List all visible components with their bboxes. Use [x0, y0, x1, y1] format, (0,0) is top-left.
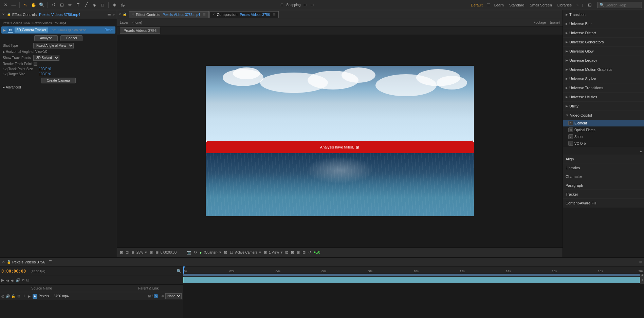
- viewer-snapshot-btn[interactable]: ⊞: [119, 250, 124, 255]
- workspace-libraries[interactable]: Libraries: [556, 2, 573, 8]
- anchor-tool-icon[interactable]: ◈: [91, 2, 98, 8]
- effect-controls-tab-menu[interactable]: ☰: [203, 13, 206, 17]
- tl-loop-btn[interactable]: ↺: [22, 278, 25, 282]
- viewer-color-btn[interactable]: ●: [199, 251, 203, 255]
- viewer-fit-btn[interactable]: ⊞: [149, 250, 153, 255]
- comp-view-tab-item[interactable]: Pexels Videos 3756: [120, 27, 160, 34]
- rotate-tool-icon[interactable]: ↺: [50, 2, 57, 8]
- universe-glow-header[interactable]: ▶ Universe Glow: [563, 47, 644, 56]
- saber-item[interactable]: S Saber: [563, 133, 644, 140]
- comp-tab-close-btn[interactable]: ✕: [213, 13, 215, 16]
- tl-play-btn[interactable]: ▶: [1, 278, 4, 282]
- viewer-3d-btn[interactable]: ⊞: [290, 250, 295, 255]
- track-fx-btn[interactable]: fx: [154, 294, 158, 298]
- viewer-fullscreen-btn[interactable]: ⊡: [223, 250, 228, 255]
- universe-generators-header[interactable]: ▶ Universe Generators: [563, 38, 644, 46]
- timeline-panel-close[interactable]: ✕: [2, 260, 5, 264]
- align-icon[interactable]: ⊡: [311, 3, 314, 7]
- search-input[interactable]: [606, 3, 640, 7]
- viewer-guide-btn[interactable]: ⊕: [131, 250, 135, 255]
- cancel-btn[interactable]: Cancel: [60, 35, 82, 41]
- viewer-motion-btn[interactable]: ↻: [193, 250, 198, 255]
- video-copilot-header[interactable]: ▼ Video Copilot: [563, 111, 644, 120]
- pen-tool-icon[interactable]: ✏: [67, 2, 73, 8]
- render-track-points-checkbox[interactable]: [34, 62, 37, 66]
- snapping-checkbox[interactable]: ☐: [280, 3, 283, 7]
- close-icon[interactable]: ✕: [2, 2, 9, 8]
- tl-rv-btn[interactable]: ⏮: [5, 278, 9, 282]
- snap-icon[interactable]: ⊞: [303, 3, 307, 7]
- comp-tab-menu[interactable]: ☰: [273, 13, 276, 17]
- workspace-standard[interactable]: Standard: [508, 2, 526, 8]
- target-size-value[interactable]: 100/0 %: [39, 72, 51, 76]
- viewer-grid-btn[interactable]: ⊡: [125, 250, 129, 255]
- effect-name-badge[interactable]: 3D Camera Tracker: [15, 27, 48, 33]
- element-item[interactable]: E Element: [563, 120, 644, 126]
- shot-type-select[interactable]: Fixed Angle of View: [33, 43, 74, 48]
- roto-tool-icon[interactable]: ◎: [119, 2, 126, 8]
- corner-handle-tl[interactable]: [206, 140, 207, 142]
- paragraph-panel[interactable]: Paragraph: [563, 181, 644, 190]
- tl-mute-btn[interactable]: 🔊: [16, 278, 20, 282]
- utility-header[interactable]: ▶ Utility: [563, 102, 644, 111]
- viewer-reset-btn[interactable]: ↺: [308, 250, 312, 255]
- composition-tab[interactable]: ✕ Composition Pexels Videos 3756 ☰: [209, 11, 278, 18]
- panel-close-btn[interactable]: ✕: [2, 13, 5, 16]
- track-expand-btn[interactable]: ▶: [28, 295, 31, 298]
- hand-tool-icon[interactable]: ✋: [30, 2, 37, 8]
- brush-tool-icon[interactable]: ╱: [83, 2, 90, 8]
- track-point-size-value[interactable]: 100/0 %: [39, 67, 51, 71]
- effect-controls-tab-close[interactable]: ✕: [132, 13, 134, 16]
- workspace-learn[interactable]: Learn: [493, 2, 505, 8]
- puppet-tool-icon[interactable]: ⊕: [111, 2, 118, 8]
- minimize-icon[interactable]: —: [10, 2, 17, 8]
- viewer-layout-btn[interactable]: ⊡: [284, 250, 289, 255]
- viewer-region-btn[interactable]: ⊟: [155, 250, 159, 255]
- workspace-overflow-icon[interactable]: »: [576, 3, 578, 7]
- universe-transitions-header[interactable]: ▶ Universe Transitions: [563, 83, 644, 92]
- tl-clip-right-edge[interactable]: ◈: [640, 276, 644, 284]
- horizontal-angle-toggle[interactable]: ▶: [3, 50, 5, 54]
- track-motion-btn[interactable]: /: [152, 294, 153, 298]
- workspace-small-screen[interactable]: Small Screen: [528, 2, 553, 8]
- universe-utilities-header[interactable]: ▶ Universe Utilities: [563, 93, 644, 101]
- universe-distort-header[interactable]: ▶ Universe Distort: [563, 28, 644, 37]
- optical-flares-item[interactable]: O Optical Flares: [563, 126, 644, 133]
- tracker-panel[interactable]: Tracker: [563, 190, 644, 199]
- timeline-menu-icon[interactable]: ☰: [49, 260, 52, 264]
- effect-toggle-icon[interactable]: ▶: [3, 28, 6, 32]
- advanced-section[interactable]: ▶ Advanced: [0, 84, 117, 90]
- universe-motion-header[interactable]: ▶ Universe Motion Graphics: [563, 65, 644, 74]
- reset-btn[interactable]: Reset: [105, 28, 113, 32]
- universe-stylize-header[interactable]: ▶ Universe Stylize: [563, 74, 644, 83]
- track-solo-btn[interactable]: ◎: [1, 294, 4, 298]
- text-tool-icon[interactable]: T: [75, 2, 81, 8]
- workspace-default[interactable]: Default: [470, 2, 484, 8]
- align-panel[interactable]: Align: [563, 155, 644, 163]
- viewer-grid-snap-btn[interactable]: ⊟: [296, 250, 300, 255]
- libraries-panel[interactable]: Libraries: [563, 163, 644, 172]
- universe-blur-header[interactable]: ▶ Universe Blur: [563, 19, 644, 28]
- show-track-points-select[interactable]: 3D Solved: [33, 55, 59, 61]
- zoom-tool-icon[interactable]: 🔍: [38, 2, 45, 8]
- analyze-btn[interactable]: Analyze: [34, 35, 58, 41]
- vc-orb-item[interactable]: V VC Orb: [563, 140, 644, 147]
- camera-view[interactable]: Active Camera ▼: [235, 251, 262, 254]
- create-camera-btn[interactable]: Create Camera: [41, 78, 76, 83]
- viewer-cam-btn[interactable]: 📷: [186, 250, 192, 255]
- effect-controls-tab[interactable]: ✕ Effect Controls Pexels Videos 3756.mp4…: [129, 11, 209, 18]
- viewer-timeline-btn[interactable]: ⊠: [302, 250, 306, 255]
- views-count[interactable]: 1 View ▼: [269, 251, 283, 254]
- right-panel-scrollbar[interactable]: ▲: [563, 147, 644, 155]
- track-point-size-toggle[interactable]: ◁: [5, 67, 7, 71]
- comp-panel-close[interactable]: ✕: [118, 13, 121, 16]
- tl-stretch-btn[interactable]: ⊡: [26, 278, 29, 282]
- camera-tool-icon[interactable]: ⊞: [58, 2, 65, 8]
- select-tool-icon[interactable]: ↖: [22, 2, 29, 8]
- viewer-views-btn-left[interactable]: ⊞: [263, 250, 268, 255]
- corner-handle-tr[interactable]: [473, 140, 474, 142]
- tl-search-icon[interactable]: 🔍: [177, 269, 182, 274]
- track-audio-btn[interactable]: 🔊: [6, 294, 10, 298]
- content-aware-fill-panel[interactable]: Content-Aware Fill: [563, 199, 644, 207]
- viewer-transparent-btn[interactable]: ☐: [229, 250, 234, 255]
